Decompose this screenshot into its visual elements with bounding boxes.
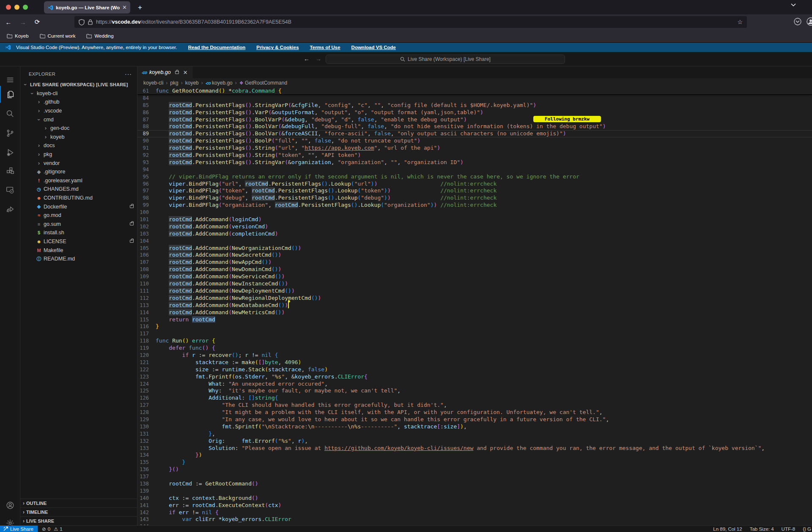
tab-close-icon[interactable]: ✕	[122, 4, 127, 11]
lock-icon[interactable]	[88, 19, 93, 25]
code-line[interactable]: 96viper.BindPFlag("url", rootCmd.Persist…	[137, 181, 812, 188]
code-line[interactable]: 100	[137, 209, 812, 216]
status-encoding[interactable]: UTF-8	[782, 527, 796, 532]
back-button[interactable]: ←	[3, 19, 14, 26]
code-line[interactable]: 111rootCmd.AddCommand(NewDeploymentCmd()…	[137, 288, 812, 295]
browser-tab[interactable]: koyeb.go — Live Share (Worksp ✕	[44, 1, 130, 14]
close-window-button[interactable]	[6, 5, 11, 10]
code-line[interactable]: 131},	[137, 431, 812, 438]
code-line[interactable]: 122size := runtime.Stack(stacktrace, fal…	[137, 366, 812, 373]
code-line[interactable]: 142if err != nil {	[137, 509, 812, 516]
code-line[interactable]: 85rootCmd.PersistentFlags().StringVarP(&…	[137, 102, 812, 109]
code-line[interactable]: 143var cliErr *koyeb_errors.CLIError	[137, 516, 812, 523]
code-line[interactable]: 106rootCmd.AddCommand(NewSecretCmd())	[137, 252, 812, 259]
live-share-status-button[interactable]: Live Share	[0, 526, 38, 532]
code-line[interactable]: 91rootCmd.PersistentFlags().String("url"…	[137, 145, 812, 152]
status-tab-size[interactable]: Tab Size: 4	[750, 527, 774, 532]
tree-file-license[interactable]: ☻LICENSE	[20, 237, 137, 246]
tree-folder-vendor[interactable]: ›vendor	[20, 159, 137, 167]
code-line[interactable]: 125Why: "it's maybe our fault, or maybe …	[137, 387, 812, 395]
breadcrumb-item[interactable]: koyeb-cli	[143, 80, 163, 86]
sidebar-section-timeline[interactable]: ›TIMELINE	[20, 507, 137, 516]
minimize-window-button[interactable]	[14, 5, 19, 10]
code-line[interactable]: 134})	[137, 452, 812, 459]
code-line[interactable]: 87rootCmd.PersistentFlags().BoolVarP(&de…	[137, 116, 812, 123]
code-line[interactable]: 116}	[137, 323, 812, 330]
code-line[interactable]: 120if r := recover(); r != nil {	[137, 352, 812, 359]
tree-file--goreleaser-yaml[interactable]: !.goreleaser.yaml	[20, 176, 137, 185]
editor-forward-icon[interactable]: →	[315, 55, 321, 62]
code-line[interactable]: 107rootCmd.AddCommand(NewAppCmd())	[137, 259, 812, 266]
code-line[interactable]: 117	[137, 330, 812, 337]
code-line[interactable]: 94	[137, 166, 812, 173]
tree-file-go-sum[interactable]: ≡go.sum	[20, 220, 137, 229]
activity-remote-explorer-icon[interactable]	[0, 181, 20, 198]
code-line[interactable]: 86rootCmd.PersistentFlags().VarP(&output…	[137, 109, 812, 116]
code-line[interactable]: 128"It might be a problem with the CLI i…	[137, 409, 812, 416]
code-line[interactable]: 89rootCmd.PersistentFlags().BoolVar(&for…	[137, 130, 812, 137]
code-line[interactable]: 102rootCmd.AddCommand(versionCmd)	[137, 223, 812, 230]
pocket-icon[interactable]	[793, 17, 802, 26]
activity-files-icon[interactable]	[0, 86, 20, 103]
code-editor[interactable]: 61func GetRootCommand() *cobra.Command {…	[137, 88, 812, 525]
maximize-window-button[interactable]	[23, 5, 28, 10]
banner-link-privacy[interactable]: Privacy & Cookies	[256, 45, 299, 50]
code-line[interactable]: 123fmt.Fprintf(os.Stderr, "%s", &koyeb_e…	[137, 373, 812, 381]
tree-file-install-sh[interactable]: $install.sh	[20, 228, 137, 237]
code-line[interactable]: 127"The CLI should have handled this err…	[137, 402, 812, 409]
tree-folder-live-share-workspace-live-share-[interactable]: ›LIVE SHARE (WORKSPACE) [LIVE SHARE]	[20, 80, 137, 89]
activity-live-share-icon[interactable]	[0, 200, 20, 217]
code-line[interactable]: 113rootCmd.AddCommand(NewDatabaseCmd())	[137, 302, 812, 309]
code-line[interactable]: 115return rootCmd	[137, 316, 812, 324]
tree-folder-pkg[interactable]: ›pkg	[20, 150, 137, 159]
activity-account-icon[interactable]	[0, 497, 20, 514]
code-line[interactable]: 84	[137, 95, 812, 102]
following-badge[interactable]: Following brmzkw	[533, 116, 601, 122]
code-line[interactable]: 97viper.BindPFlag("token", rootCmd.Persi…	[137, 187, 812, 195]
bookmark-star-icon[interactable]: ☆	[737, 19, 743, 25]
code-line[interactable]: 129"In any case, we would love to hear a…	[137, 416, 812, 423]
bookmark-folder-wedding[interactable]: Wedding	[86, 33, 113, 38]
code-line[interactable]: 92rootCmd.PersistentFlags().String("toke…	[137, 152, 812, 159]
breadcrumb-item[interactable]: koyeb	[185, 80, 199, 86]
banner-link-documentation[interactable]: Read the Documentation	[188, 45, 245, 50]
code-line[interactable]: 114rootCmd.AddCommand(NewMetricsCmd())	[137, 309, 812, 316]
bookmark-folder-koyeb[interactable]: Koyeb	[7, 33, 29, 38]
tree-folder-koyeb[interactable]: ›koyeb	[20, 133, 137, 142]
code-line[interactable]: 109rootCmd.AddCommand(NewServiceCmd())	[137, 273, 812, 280]
tree-file-readme-md[interactable]: ⓘREADME.md	[20, 255, 137, 263]
activity-run-debug-icon[interactable]	[0, 144, 20, 161]
code-line[interactable]: 140ctx := context.Background()	[137, 495, 812, 502]
explorer-more-actions-icon[interactable]: ···	[125, 71, 132, 77]
code-line[interactable]: 124What: "An unexpected error occured",	[137, 381, 812, 388]
breadcrumb-item[interactable]: pkg	[170, 80, 178, 86]
code-line[interactable]: 93rootCmd.PersistentFlags().StringVar(&o…	[137, 159, 812, 166]
activity-search-icon[interactable]	[0, 105, 20, 122]
reload-button[interactable]: ⟳	[31, 18, 43, 26]
tree-folder-koyeb-cli[interactable]: ›koyeb-cli	[20, 89, 137, 98]
code-line[interactable]: 99viper.BindPFlag("organization", rootCm…	[137, 202, 812, 209]
list-all-tabs-icon[interactable]	[791, 3, 796, 7]
code-line[interactable]: 141err := rootCmd.ExecuteContext(ctx)	[137, 502, 812, 509]
code-line[interactable]: 132Orig: fmt.Errorf("%s", r),	[137, 438, 812, 445]
tracking-protection-shield-icon[interactable]	[79, 19, 85, 25]
code-line[interactable]: 135}	[137, 459, 812, 466]
tree-file-go-mod[interactable]: ≈go.mod	[20, 211, 137, 220]
code-line[interactable]: 118func Run() error {	[137, 337, 812, 345]
code-line[interactable]: 88rootCmd.PersistentFlags().BoolVar(&deb…	[137, 123, 812, 130]
code-line[interactable]: 108rootCmd.AddCommand(NewDomainCmd())	[137, 266, 812, 273]
tree-file-dockerfile[interactable]: ◆Dockerfile	[20, 202, 137, 211]
banner-link-download[interactable]: Download VS Code	[351, 45, 396, 50]
tree-file--gitignore[interactable]: ◈.gitignore	[20, 167, 137, 176]
code-line[interactable]: 110rootCmd.AddCommand(NewInstanceCmd())	[137, 280, 812, 288]
breadcrumb-item[interactable]: -co koyeb.go	[206, 80, 233, 86]
tree-file-makefile[interactable]: MMakefile	[20, 246, 137, 255]
activity-source-control-icon[interactable]	[0, 125, 20, 142]
activity-extensions-icon[interactable]	[0, 162, 20, 179]
sticky-code-line[interactable]: 61func GetRootCommand() *cobra.Command {	[137, 88, 812, 95]
tree-folder--github[interactable]: ›.github	[20, 98, 137, 107]
url-bar[interactable]: https://vscode.dev/editor/liveshare/B306…	[74, 16, 747, 28]
code-line[interactable]: 103rootCmd.AddCommand(completionCmd)	[137, 230, 812, 238]
bookmark-folder-current-work[interactable]: Current work	[40, 33, 76, 38]
code-line[interactable]: 136}()	[137, 466, 812, 473]
